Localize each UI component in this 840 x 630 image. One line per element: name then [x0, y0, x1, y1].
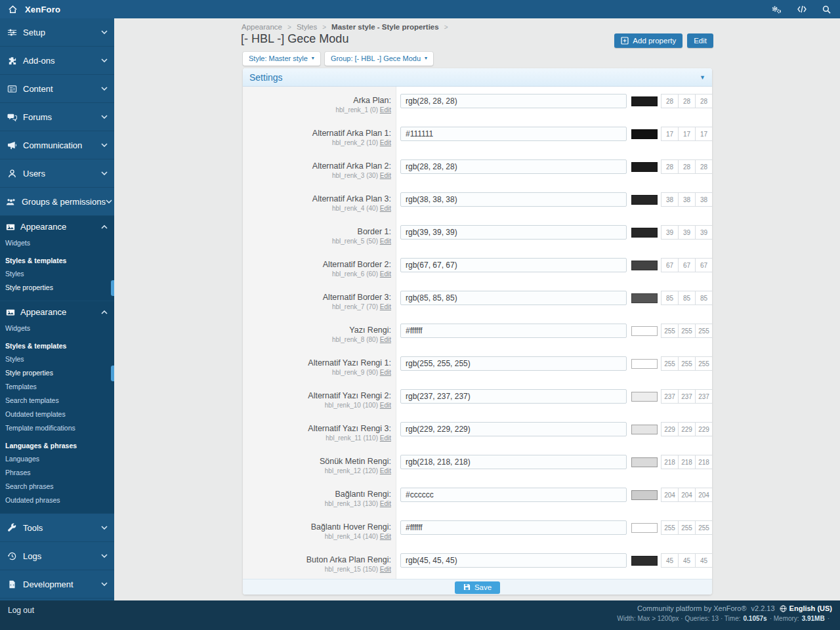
sidebar-item-search-templates[interactable]: Search templates — [0, 394, 114, 408]
edit-link[interactable]: Edit — [380, 303, 391, 310]
code-icon[interactable] — [797, 5, 807, 13]
sidebar-item-widgets[interactable]: Widgets — [0, 322, 114, 335]
color-value-input[interactable] — [400, 225, 627, 240]
breadcrumb-item[interactable]: Appearance — [242, 23, 282, 31]
chevron-up-icon — [101, 310, 108, 314]
sidebar-item-development[interactable]: Development — [0, 570, 114, 598]
color-value-input[interactable] — [400, 356, 627, 371]
color-value-input[interactable] — [400, 520, 627, 535]
color-swatch[interactable] — [631, 96, 658, 106]
property-id: hbl_renk_2 (10) — [332, 139, 380, 146]
color-value-input[interactable] — [400, 389, 627, 404]
edit-link[interactable]: Edit — [380, 500, 391, 507]
group-filter-button[interactable]: Group: [- HBL -] Gece Modu ▾ — [325, 52, 433, 66]
rgb-value-cell: 204 — [661, 488, 679, 502]
edit-button[interactable]: Edit — [687, 33, 713, 48]
color-value-input[interactable] — [400, 159, 627, 174]
sidebar-section-header[interactable]: Appearance — [0, 216, 114, 236]
edit-link[interactable]: Edit — [380, 336, 391, 343]
sidebar-item-styles[interactable]: Styles — [0, 267, 114, 281]
property-row: Alternatif Yazı Rengi 1:hbl_renk_9 (90) … — [243, 349, 712, 382]
color-swatch[interactable] — [631, 523, 658, 533]
color-value-input[interactable] — [400, 553, 627, 568]
sidebar-item-add-ons[interactable]: Add-ons — [0, 47, 114, 75]
color-swatch[interactable] — [631, 457, 658, 467]
color-swatch[interactable] — [631, 490, 658, 500]
sidebar-item-label: Tools — [23, 523, 43, 533]
save-button[interactable]: Save — [455, 581, 500, 594]
sidebar-item-template-modifications[interactable]: Template modifications — [0, 421, 114, 435]
color-swatch[interactable] — [631, 129, 658, 139]
sidebar-item-widgets[interactable]: Widgets — [0, 236, 114, 250]
color-swatch[interactable] — [631, 261, 658, 270]
edit-link[interactable]: Edit — [380, 270, 391, 278]
color-value-input[interactable] — [400, 258, 627, 272]
gears-icon[interactable] — [770, 5, 782, 14]
collapse-chevron-icon[interactable]: ▼ — [700, 74, 705, 81]
home-icon[interactable] — [8, 5, 18, 14]
search-icon[interactable] — [822, 5, 831, 14]
sidebar-item-languages[interactable]: Languages — [0, 452, 114, 466]
color-value-input[interactable] — [400, 422, 627, 436]
color-value-input[interactable] — [400, 192, 627, 207]
color-swatch[interactable] — [631, 556, 658, 566]
edit-link[interactable]: Edit — [380, 369, 391, 376]
edit-link[interactable]: Edit — [380, 106, 391, 114]
sidebar-item-outdated-templates[interactable]: Outdated templates — [0, 408, 114, 421]
property-label-block: Alternatif Arka Plan 2:hbl_renk_3 (30) E… — [243, 152, 396, 179]
color-swatch[interactable] — [631, 195, 658, 205]
edit-link[interactable]: Edit — [380, 402, 391, 409]
property-row: Alternatif Border 2:hbl_renk_6 (60) Edit… — [243, 251, 712, 284]
color-value-input[interactable] — [400, 127, 627, 141]
breadcrumb-item[interactable]: Styles — [297, 23, 317, 31]
edit-link[interactable]: Edit — [380, 139, 391, 146]
sidebar-item-content[interactable]: Content — [0, 75, 114, 103]
sidebar-item-phrases[interactable]: Phrases — [0, 466, 114, 480]
color-value-input[interactable] — [400, 291, 627, 305]
color-swatch[interactable] — [631, 228, 658, 238]
rgb-value-cell: 255 — [661, 520, 679, 535]
sidebar-item-tools[interactable]: Tools — [0, 514, 114, 542]
edit-link[interactable]: Edit — [380, 467, 391, 474]
sidebar-item-templates[interactable]: Templates — [0, 380, 114, 394]
sidebar-item-outdated-phrases[interactable]: Outdated phrases — [0, 494, 114, 507]
color-swatch[interactable] — [631, 425, 658, 434]
breadcrumb-current[interactable]: Master style - Style properties — [331, 23, 439, 31]
sidebar-item-style-properties[interactable]: Style properties — [0, 281, 114, 295]
sidebar-section-header[interactable]: Appearance — [0, 301, 114, 322]
sidebar-item-style-properties[interactable]: Style properties — [0, 366, 114, 380]
sidebar-item-forums[interactable]: Forums — [0, 103, 114, 131]
property-id: hbl_renk_5 (50) — [332, 238, 380, 245]
edit-link[interactable]: Edit — [380, 205, 391, 212]
language-button[interactable]: English (US) — [780, 604, 832, 612]
sidebar-item-communication[interactable]: Communication — [0, 131, 114, 159]
sidebar-item-logs[interactable]: Logs — [0, 542, 114, 570]
color-swatch[interactable] — [631, 326, 658, 336]
footer-platform-line: Community platform by XenForo® v2.2.13 E… — [617, 604, 832, 612]
color-value-input[interactable] — [400, 94, 627, 108]
sidebar-item-setup[interactable]: Setup — [0, 18, 114, 47]
rgb-value-cell: 218 — [695, 455, 712, 469]
property-code: hbl_renk_13 (130) Edit — [243, 500, 391, 507]
edit-link[interactable]: Edit — [380, 238, 391, 245]
edit-link[interactable]: Edit — [380, 172, 391, 179]
color-swatch[interactable] — [631, 392, 658, 402]
logout-link[interactable]: Log out — [8, 606, 34, 615]
color-value-input[interactable] — [400, 488, 627, 502]
sidebar-item-groups-permissions[interactable]: Groups & permissions — [0, 188, 114, 216]
color-swatch[interactable] — [631, 293, 658, 303]
sidebar-item-styles[interactable]: Styles — [0, 352, 114, 366]
color-value-input[interactable] — [400, 324, 627, 338]
edit-link[interactable]: Edit — [380, 566, 391, 573]
settings-section-header[interactable]: Settings ▼ — [243, 68, 712, 87]
edit-link[interactable]: Edit — [380, 533, 391, 540]
color-swatch[interactable] — [631, 359, 658, 369]
color-swatch[interactable] — [631, 162, 658, 172]
sidebar-item-search-phrases[interactable]: Search phrases — [0, 480, 114, 494]
add-property-button[interactable]: Add property — [614, 33, 682, 48]
chevron-down-icon — [106, 200, 112, 203]
style-filter-button[interactable]: Style: Master style ▾ — [243, 52, 320, 66]
color-value-input[interactable] — [400, 455, 627, 469]
edit-link[interactable]: Edit — [380, 434, 391, 442]
sidebar-item-users[interactable]: Users — [0, 159, 114, 188]
